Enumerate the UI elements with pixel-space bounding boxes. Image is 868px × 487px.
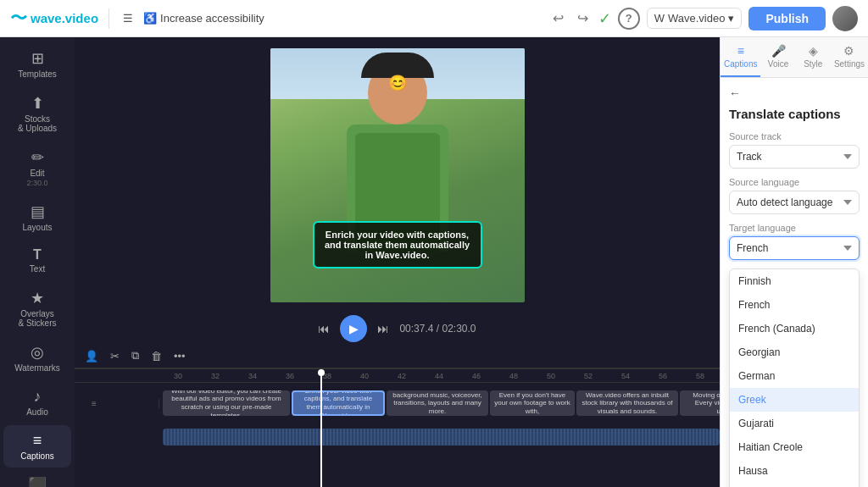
sidebar-item-stocks[interactable]: ⬆ Stocks& Uploads [3,87,71,140]
skip-back-button[interactable]: ⏮ [318,322,330,335]
dropdown-item-gujarati[interactable]: Gujarati [730,412,859,435]
voice-tab-icon: 🎤 [771,44,786,58]
source-track-select[interactable]: Track [729,145,860,169]
workspace-selector[interactable]: W Wave.video ▾ [647,8,743,29]
skip-forward-button[interactable]: ⏭ [377,322,389,335]
dropdown-item-finnish[interactable]: Finnish [730,269,859,293]
sidebar-label-text: Text [30,264,45,274]
tab-voice[interactable]: 🎤 Voice [760,37,795,77]
timeline-cut-button[interactable]: ✂ [107,348,123,364]
clip-3[interactable]: background music, voiceover, transitions… [387,390,488,416]
ruler-mark: 42 [383,372,420,380]
panel-content: ← Translate captions Source track Track … [721,78,868,487]
ruler-mark: 46 [458,372,495,380]
redo-button[interactable]: ↪ [574,7,592,30]
layouts-icon: ▤ [31,202,45,221]
edit-icon: ✏ [31,148,44,167]
playback-controls: ⏮ ▶ ⏭ 00:37.4 / 02:30.0 [75,313,720,344]
publish-button[interactable]: Publish [748,7,826,30]
tab-captions[interactable]: ≡ Captions [721,37,760,77]
captions-icon: ≡ [33,432,42,450]
tab-style[interactable]: ◈ Style [796,37,831,77]
dropdown-item-georgian[interactable]: Georgian [730,340,859,364]
source-track-label: Source track [729,131,860,141]
accessibility-icon: ♿ [143,12,157,25]
sidebar-item-text[interactable]: T Text [3,241,71,280]
audio-track-row [92,422,720,447]
clip-5[interactable]: Wave.video offers an inbuilt stock libra… [576,390,678,416]
style-tab-icon: ◈ [809,44,818,58]
clip-6[interactable]: Moving on to the hosting. Every video ma… [680,390,720,416]
clip-4[interactable]: Even if you don't have your own footage … [490,390,575,416]
accessibility-button[interactable]: ♿ Increase accessibility [143,12,264,25]
canvas-area: 😊 Enrich your video with captions, and t… [75,37,720,487]
ruler-mark: 40 [346,372,383,380]
time-total: 02:30.0 [442,323,476,335]
clip-1[interactable]: With our video editor, you can create be… [163,390,290,416]
timeline-person-icon[interactable]: 👤 [81,348,102,364]
accessibility-label: Increase accessibility [160,12,264,25]
dropdown-item-hausa[interactable]: Hausa [730,459,859,483]
dropdown-item-greek[interactable]: Greek [730,388,859,412]
dropdown-item-french-canada[interactable]: French (Canada) [730,317,859,340]
sidebar-label-edit: Edit2:30.0 [26,169,47,187]
sidebar-label-watermarks: Watermarks [14,363,60,373]
undo-button[interactable]: ↩ [549,7,567,30]
captions-tab-icon: ≡ [737,44,744,58]
timeline-area[interactable]: 30 32 34 36 38 40 42 44 46 48 50 52 54 5… [75,368,720,487]
sidebar-item-edit[interactable]: ✏ Edit2:30.0 [3,141,71,194]
timeline-more-button[interactable]: ••• [170,348,189,364]
back-button[interactable]: ← [729,86,741,100]
dropdown-item-german[interactable]: German [730,364,859,388]
timeline-delete-button[interactable]: 🗑 [147,348,165,364]
help-button[interactable]: ? [618,8,640,30]
avatar[interactable] [832,6,858,31]
dropdown-item-french[interactable]: French [730,293,859,317]
sidebar-label-stocks: Stocks& Uploads [18,114,57,133]
topbar-actions: ↩ ↪ ✓ ? W Wave.video ▾ Publish [549,6,858,31]
dropdown-item-hebrew[interactable]: Hebrew [730,483,859,487]
back-icon: ← [729,86,741,100]
ruler-mark: 32 [197,372,234,380]
sidebar-item-watermarks[interactable]: ◎ Watermarks [3,336,71,379]
panel-tabs: ≡ Captions 🎤 Voice ◈ Style ⚙ Settings [721,37,868,78]
time-current: 00:37.4 [399,323,433,335]
target-language-select[interactable]: French [729,236,860,260]
topbar-divider [108,8,109,29]
sidebar-item-templates[interactable]: ⊞ Templates [3,42,71,86]
voice-tab-label: Voice [768,59,788,69]
time-display: 00:37.4 / 02:30.0 [399,323,476,335]
right-panel: ≡ Captions 🎤 Voice ◈ Style ⚙ Settings ← … [720,37,868,487]
watermarks-icon: ◎ [31,343,44,362]
clip-2[interactable]: Enrich your video with captions, and tra… [292,390,385,416]
ruler-mark: 50 [532,372,570,380]
templates-icon: ⊞ [31,49,44,68]
sidebar-item-layouts[interactable]: ▤ Layouts [3,196,71,239]
video-container: 😊 Enrich your video with captions, and t… [75,37,720,313]
source-language-select[interactable]: Auto detect language [729,191,860,214]
panel-title: Translate captions [729,107,860,121]
dropdown-item-haitian-creole[interactable]: Haitian Creole [730,435,859,459]
sidebar-item-overlays[interactable]: ★ Overlays& Stickers [3,282,71,335]
ruler-mark: 48 [495,372,532,380]
source-language-label: Source language [729,177,860,187]
sidebar-item-audio[interactable]: ♪ Audio [3,381,71,423]
main-layout: ⊞ Templates ⬆ Stocks& Uploads ✏ Edit2:30… [0,37,868,487]
ruler-marks: 30 32 34 36 38 40 42 44 46 48 50 52 54 5… [159,372,720,380]
sidebar-label-audio: Audio [26,407,48,417]
caption-box: Enrich your video with captions, and tra… [313,221,482,268]
logo: 〜 wave.video [10,7,98,30]
ruler-mark: 34 [234,372,271,380]
play-button[interactable]: ▶ [340,315,367,342]
check-button[interactable]: ✓ [598,9,611,28]
hamburger-menu-button[interactable]: ☰ [120,8,136,28]
sidebar-item-captions[interactable]: ≡ Captions [3,425,71,468]
tab-settings[interactable]: ⚙ Settings [831,37,868,77]
ruler-mark: 38 [309,372,346,380]
timeline-toolbar: 👤 ✂ ⧉ 🗑 ••• [75,344,720,368]
timeline-copy-button[interactable]: ⧉ [128,347,142,364]
sidebar-item-storyboard[interactable]: ⬛ Storyboard [3,469,71,487]
text-icon: T [33,247,42,263]
wave-icon: 〜 [10,7,27,30]
audio-icon: ♪ [34,388,42,406]
